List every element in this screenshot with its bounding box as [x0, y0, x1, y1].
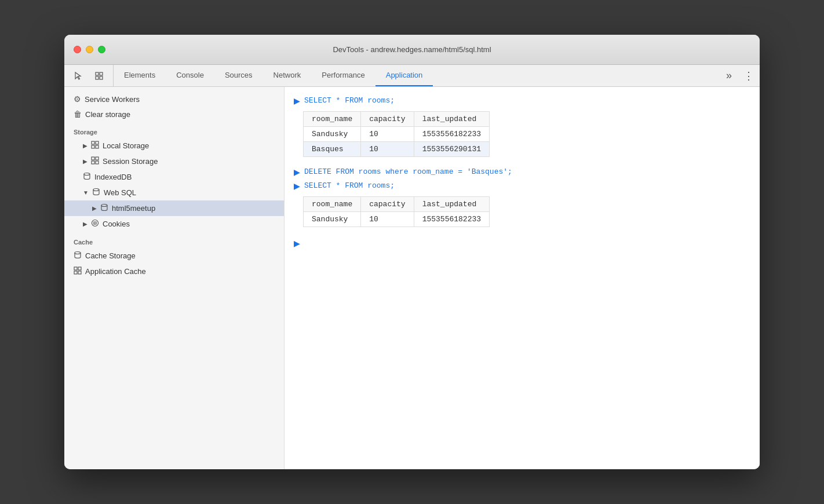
inspect-icon[interactable]	[91, 68, 107, 84]
minimize-button[interactable]	[86, 46, 93, 53]
cursor-icon[interactable]	[70, 68, 86, 84]
result-table-2: room_name capacity last_updated Sandusky…	[303, 196, 490, 227]
chevron-icon	[83, 221, 87, 227]
sql-input[interactable]	[304, 239, 750, 248]
tab-console[interactable]: Console	[166, 65, 214, 86]
menu-button[interactable]: ⋮	[738, 65, 760, 86]
svg-point-20	[96, 224, 97, 225]
local-storage-icon	[91, 141, 99, 151]
svg-rect-1	[100, 72, 103, 75]
cell: 10	[361, 212, 414, 227]
query-sql-1: SELECT * FROM rooms;	[304, 96, 395, 105]
sidebar-item-cache-storage[interactable]: Cache Storage	[64, 248, 284, 264]
session-storage-icon	[91, 156, 99, 166]
svg-rect-23	[78, 267, 81, 270]
table-row: Sandusky 10 1553556182233	[304, 127, 490, 142]
web-sql-icon	[92, 188, 100, 198]
col-header-last-updated-2: last_updated	[414, 197, 489, 212]
query-line-1[interactable]: ▶ SELECT * FROM rooms;	[285, 94, 760, 108]
sidebar-item-session-storage[interactable]: Session Storage	[64, 154, 284, 169]
cell: Sandusky	[304, 127, 361, 142]
tab-list: Elements Console Sources Network Perform…	[114, 65, 720, 86]
query-arrow-2[interactable]: ▶	[294, 168, 300, 177]
svg-point-12	[84, 173, 90, 176]
svg-point-14	[101, 204, 107, 207]
service-workers-icon: ⚙	[74, 94, 81, 104]
svg-rect-7	[96, 145, 99, 148]
table-row: Basques 10 1553556290131	[304, 142, 490, 157]
svg-rect-2	[96, 76, 99, 79]
svg-point-16	[94, 222, 96, 224]
svg-rect-11	[96, 161, 99, 164]
query-arrow-3[interactable]: ▶	[294, 182, 300, 191]
cell: 1553556290131	[414, 142, 489, 157]
maximize-button[interactable]	[98, 46, 105, 53]
tab-application[interactable]: Application	[375, 65, 433, 86]
cell: 1553556182233	[414, 212, 489, 227]
sidebar-item-local-storage[interactable]: Local Storage	[64, 138, 284, 154]
svg-rect-0	[96, 72, 99, 75]
svg-rect-24	[74, 271, 77, 274]
cell: 1553556182233	[414, 127, 489, 142]
cell: Basques	[304, 142, 361, 157]
query-line-2[interactable]: ▶ DELETE FROM rooms where room_name = 'B…	[285, 165, 760, 179]
svg-point-15	[92, 220, 99, 227]
sidebar-item-web-sql[interactable]: Web SQL	[64, 185, 284, 200]
tabbar: Elements Console Sources Network Perform…	[64, 65, 760, 87]
more-tabs-button[interactable]: »	[720, 65, 738, 86]
html5meetup-icon	[100, 203, 108, 213]
svg-point-13	[93, 189, 99, 191]
devtools-window: DevTools - andrew.hedges.name/html5/sql.…	[64, 35, 760, 469]
query-arrow-1[interactable]: ▶	[294, 97, 300, 105]
content-panel: ▶ SELECT * FROM rooms; room_name capacit…	[285, 87, 760, 469]
svg-rect-4	[92, 141, 94, 144]
sidebar-item-service-workers[interactable]: ⚙ Service Workers	[64, 92, 284, 107]
svg-rect-6	[92, 145, 94, 148]
svg-point-19	[93, 224, 94, 225]
col-header-capacity-2: capacity	[361, 197, 414, 212]
window-title: DevTools - andrew.hedges.name/html5/sql.…	[333, 45, 491, 54]
titlebar: DevTools - andrew.hedges.name/html5/sql.…	[64, 35, 760, 65]
query-line-3[interactable]: ▶ SELECT * FROM rooms;	[285, 179, 760, 193]
indexeddb-icon	[83, 172, 91, 182]
tab-icon-group	[64, 65, 114, 86]
svg-point-21	[75, 252, 81, 254]
svg-rect-8	[92, 157, 94, 160]
cursor-arrow: ▶	[294, 239, 300, 248]
col-header-capacity-1: capacity	[361, 112, 414, 127]
cursor-line[interactable]: ▶	[285, 235, 760, 251]
sidebar-item-html5meetup[interactable]: html5meetup	[64, 200, 284, 216]
sidebar-item-cookies[interactable]: Cookies	[64, 216, 284, 232]
tab-network[interactable]: Network	[263, 65, 312, 86]
cookies-icon	[91, 219, 99, 229]
close-button[interactable]	[74, 46, 81, 53]
sidebar-item-clear-storage[interactable]: 🗑 Clear storage	[64, 107, 284, 122]
sidebar-item-application-cache[interactable]: Application Cache	[64, 264, 284, 279]
col-header-room-name-1: room_name	[304, 112, 361, 127]
svg-point-17	[93, 221, 94, 222]
chevron-icon	[92, 205, 97, 211]
tab-performance[interactable]: Performance	[311, 65, 375, 86]
tab-sources[interactable]: Sources	[214, 65, 263, 86]
chevron-icon	[83, 158, 87, 165]
storage-section-label: Storage	[64, 122, 284, 138]
cell: 10	[361, 127, 414, 142]
svg-rect-10	[92, 161, 94, 164]
sidebar: ⚙ Service Workers 🗑 Clear storage Storag…	[64, 87, 285, 469]
cell: 10	[361, 142, 414, 157]
query-sql-3: SELECT * FROM rooms;	[304, 181, 395, 190]
cache-section-label: Cache	[64, 232, 284, 248]
main-layout: ⚙ Service Workers 🗑 Clear storage Storag…	[64, 87, 760, 469]
chevron-icon	[83, 143, 87, 149]
tab-elements[interactable]: Elements	[114, 65, 166, 86]
col-header-room-name-2: room_name	[304, 197, 361, 212]
expand-icon	[83, 189, 89, 196]
clear-storage-icon: 🗑	[74, 109, 82, 119]
svg-rect-3	[100, 76, 103, 79]
sidebar-item-indexeddb[interactable]: IndexedDB	[64, 169, 284, 185]
query-sql-2: DELETE FROM rooms where room_name = 'Bas…	[304, 167, 512, 176]
col-header-last-updated-1: last_updated	[414, 112, 489, 127]
table-row: Sandusky 10 1553556182233	[304, 212, 490, 227]
svg-rect-25	[78, 271, 81, 274]
traffic-lights	[74, 46, 105, 53]
